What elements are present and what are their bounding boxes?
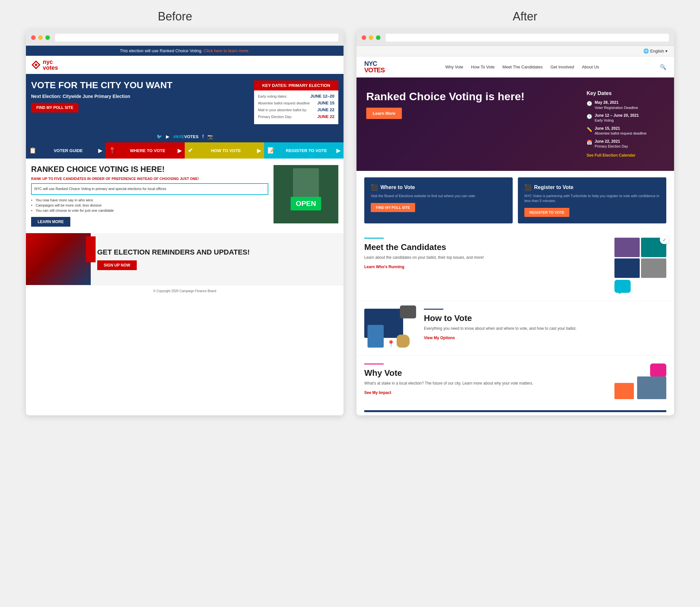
youtube-icon[interactable]: ▶ [166,134,170,139]
see-my-impact-link[interactable]: See My Impact [364,391,391,395]
candidates-collage: ✓ [614,238,666,278]
collage-img-1 [614,238,640,257]
before-ranked-section: RANKED CHOICE VOTING IS HERE! RANK UP TO… [26,159,344,233]
register-to-vote-button[interactable]: Register To Vote [524,208,569,217]
key-date-row-2: Absentee ballot request deadline JUNE 15 [258,101,334,105]
nav-item-why-vote[interactable]: Why Vote [445,64,463,69]
key-date-row-1: Early voting dates: JUNE 12–20 [258,94,334,99]
before-page-content: This election will use Ranked Choice Vot… [26,46,344,297]
htv-speech-bubble [400,306,416,318]
nav-tile-where-label: WHERE TO VOTE [130,148,165,153]
meet-candidates-divider [364,238,384,239]
after-nav: NYC VOTES Why Vote How To Vote Meet The … [356,57,674,78]
find-poll-site-button[interactable]: Find My Poll Site [371,203,415,212]
date-value-4: JUNE 22 [317,114,334,119]
see-calendar-link[interactable]: See Full Election Calendar [587,153,635,158]
after-logo[interactable]: NYC VOTES [364,60,385,73]
after-nav-items: Why Vote How To Vote Meet The Candidates… [394,64,650,69]
register-to-vote-card: ⬛ Register to Vote NYC Votes is partneri… [518,177,666,224]
key-date-label-2: Early Voting [595,118,614,122]
register-icon: 📝 [267,147,275,154]
nav-tile-how-to-vote[interactable]: ✔ HOW TO VOTE ▶ [185,142,264,159]
ranked-photo: OPEN [274,165,338,224]
why-calendar [614,383,634,399]
search-icon[interactable]: 🔍 [660,64,666,70]
htv-dog-image [397,335,410,348]
key-date-text-3: June 15, 2021 Absentee ballot request de… [595,126,647,136]
language-header: 🌐 English ▾ [356,46,674,57]
nav-tile-register-arrow: ▶ [336,148,340,154]
view-my-options-link[interactable]: View My Options [424,336,455,340]
before-reminders: GET ELECTION REMINDERS AND UPDATES! SIGN… [26,233,344,285]
minimize-dot [38,35,43,40]
banner-link[interactable]: Click here to learn more. [204,48,250,53]
reminder-photo-accent [86,236,95,262]
collage-img-3 [614,258,640,278]
ranked-left: RANKED CHOICE VOTING IS HERE! RANK UP TO… [31,165,268,227]
nav-item-meet-candidates[interactable]: Meet The Candidates [502,64,543,69]
before-hero-subtitle: Next Election: Citywide June Primary Ele… [31,94,249,99]
key-date-date-1: May 28, 2021 [595,100,638,105]
before-url-bar[interactable] [55,34,338,42]
nav-item-get-involved[interactable]: Get Involved [550,64,574,69]
key-date-item-3: ✏️ June 15, 2021 Absentee ballot request… [587,126,664,136]
nav-item-about-us[interactable]: About Us [582,64,599,69]
where-to-vote-icon: 📍 [109,147,116,154]
after-browser-chrome [356,30,674,46]
facebook-icon[interactable]: f [202,134,204,139]
instagram-icon[interactable]: 📷 [207,134,213,139]
after-page-content: 🌐 English ▾ NYC VOTES Why Vote How To Vo… [356,46,674,412]
why-vote-title: Why Vote [364,368,607,378]
ranked-right: OPEN [274,165,338,227]
speech-bubble [614,280,631,293]
key-date-label-1: Voter Registration Deadline [595,106,638,110]
banner-text: This election will use Ranked Choice Vot… [120,48,202,53]
after-url-bar[interactable] [386,34,669,42]
language-selector[interactable]: English [650,49,664,54]
language-dropdown-icon[interactable]: ▾ [665,49,668,54]
why-vote-desc: What's at stake in a local election? The… [364,380,607,386]
sign-up-button[interactable]: SIGN UP NOW [97,260,137,270]
nav-tile-voter-guide-label: VOTER GUIDE [54,148,83,153]
before-hero-right: KEY DATES: PRIMARY ELECTION Early voting… [254,80,338,124]
ranked-subtitle: RANK UP TO FIVE CANDIDATES IN ORDER OF P… [31,177,268,181]
nav-tile-where-arrow: ▶ [178,148,181,154]
key-date-icon-3: ✏️ [587,127,592,132]
find-poll-button[interactable]: FIND MY POLL SITE [31,103,79,112]
hashtag-display: #NYEVOTES [173,134,199,139]
after-label: After [350,10,700,23]
nav-tile-voter-guide[interactable]: 📋 VOTER GUIDE ▶ [26,142,105,159]
key-dates-title-after: Key Dates [587,90,664,96]
before-hero-left: VOTE FOR THE CITY YOU WANT Next Election… [31,80,249,112]
ranked-bullet-3: You can still choose to vote for just on… [31,209,268,212]
map-pin-icon: 📍 [387,340,395,348]
nyc-votes-logo[interactable]: nyc votes [31,59,58,71]
after-logo-nyc: NYC [364,60,385,67]
after-hero-left: Ranked Choice Voting is here! Learn More [366,90,577,158]
nav-tile-register[interactable]: 📝 REGISTER TO VOTE ▶ [264,142,344,159]
after-logo-votes: VOTES [364,67,385,73]
why-speech-bubble [650,363,666,377]
key-date-icon-4: 📅 [587,140,592,145]
card-header-1: ⬛ Where to Vote [371,184,506,191]
voter-guide-icon: 📋 [29,147,36,154]
key-dates-content: Early voting dates: JUNE 12–20 Absentee … [254,90,338,124]
how-to-vote-left: How to Vote Everything you need to know … [424,309,666,340]
collage-img-4 [641,258,666,278]
after-minimize-dot [369,35,373,40]
key-date-label-3: Absentee ballot request deadline [595,131,647,135]
learn-whos-running-link[interactable]: Learn Who's Running [364,265,404,269]
where-to-vote-desc: Visit the Board of Elections website to … [371,193,506,198]
before-banner: This election will use Ranked Choice Vot… [26,46,344,56]
learn-more-button[interactable]: LEARN MORE [31,217,70,227]
twitter-icon[interactable]: 🐦 [156,134,162,139]
meet-candidates-left: Meet the Candidates Learn about the cand… [364,238,607,269]
key-date-text-4: June 22, 2021 Primary Election Day [595,139,628,149]
maximize-dot [45,35,50,40]
card-header-2: ⬛ Register to Vote [524,184,660,191]
reminder-photo [26,233,91,285]
learn-more-button[interactable]: Learn More [366,108,402,119]
key-date-date-3: June 15, 2021 [595,126,647,131]
nav-tile-where-to-vote[interactable]: 📍 WHERE TO VOTE ▶ [105,142,185,159]
nav-item-how-to-vote[interactable]: How To Vote [471,64,495,69]
